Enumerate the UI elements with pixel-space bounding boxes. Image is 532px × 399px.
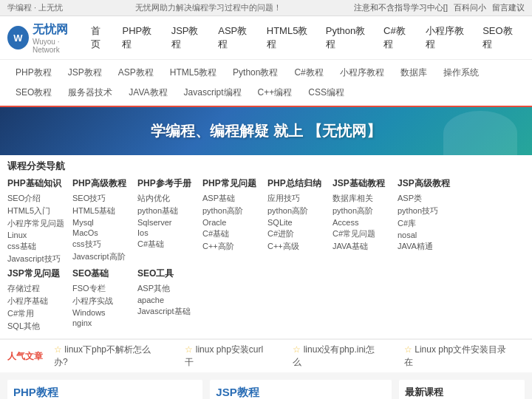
cat-item[interactable]: 应用技巧 (267, 192, 327, 205)
cat-item[interactable]: 站内优化 (137, 192, 197, 205)
popular-item-1[interactable]: linux php安装curl干 (185, 344, 270, 369)
cat-item[interactable]: C#基础 (137, 238, 197, 250)
cat-item[interactable]: python高阶 (267, 205, 327, 217)
subnav-server[interactable]: 服务器技术 (60, 83, 120, 103)
cat-item[interactable]: FSO专栏 (72, 282, 132, 295)
cat-item[interactable]: C#库 (398, 217, 457, 230)
cat-item[interactable]: Sqlserver (137, 217, 197, 228)
cat-item[interactable]: python技巧 (398, 205, 457, 217)
cat-php-faq[interactable]: PHP常见问题 (202, 177, 262, 191)
cat-item[interactable]: python高阶 (332, 205, 392, 217)
cat-item[interactable]: css基础 (7, 240, 66, 253)
cat-item[interactable]: 小程序常见问题 (7, 217, 66, 230)
cat-item[interactable]: Ios (137, 228, 197, 238)
cat-col-3: PHP常见问题 ASP基础 python高阶 Oracle C#基础 C++高阶 (202, 177, 262, 265)
latest-courses: 最新课程 M MySQL安装 M MySQL管理 M MySQLPHP语法 M … (399, 380, 525, 399)
cat-item[interactable]: MacOs (72, 228, 132, 238)
nav-seo[interactable]: SEO教程 (475, 21, 525, 55)
subnav-python[interactable]: Python教程 (225, 63, 286, 83)
nav-csharp[interactable]: C#教程 (376, 21, 418, 55)
subnav-db[interactable]: 数据库 (392, 63, 435, 83)
subnav-js[interactable]: Javascript编程 (176, 83, 250, 103)
cat-item[interactable]: nginx (72, 318, 132, 328)
cat-jsp-adv[interactable]: JSP高级教程 (398, 177, 457, 191)
subnav-os[interactable]: 操作系统 (435, 63, 487, 83)
cat-item[interactable]: HTML5入门 (7, 205, 66, 217)
cat-item[interactable]: C#常见问题 (332, 228, 392, 240)
cat-seo-tool[interactable]: SEO工具 (137, 267, 197, 281)
subnav-jsp[interactable]: JSP教程 (60, 63, 110, 83)
cat-item[interactable]: python高阶 (202, 205, 262, 217)
cat-item[interactable]: SQLite (267, 217, 327, 228)
jsp-section: JSP教程 JSP客户端请求2024-10-07 JSP动作2024-10-07… (210, 380, 392, 399)
cat-item[interactable]: C#基础 (202, 228, 262, 240)
cat-item[interactable]: 数据库相关 (332, 192, 392, 205)
cat-item[interactable]: 小程序基础 (7, 295, 66, 307)
main-nav: 首页 PHP教程 JSP教程 ASP教程 HTML5教程 Python教程 C#… (83, 21, 525, 55)
cat-item[interactable]: Mysql (72, 217, 132, 228)
subnav-seo[interactable]: SEO教程 (7, 83, 60, 103)
cat-item[interactable]: C#常用 (7, 307, 66, 320)
main-content: PHP教程 SQL删除、变找重复数据记录等操作2024-10-07 Memcac… (0, 372, 532, 399)
cat-item[interactable]: Javascript高阶 (72, 250, 132, 263)
cat-item[interactable]: SEO技巧 (72, 192, 132, 205)
nav-home[interactable]: 首页 (83, 21, 115, 55)
nav-php[interactable]: PHP教程 (115, 21, 163, 55)
nav-html5[interactable]: HTML5教程 (259, 21, 318, 55)
cat-php-ref[interactable]: PHP参考手册 (137, 177, 197, 191)
cat-item[interactable]: Linux (7, 230, 66, 240)
help-link[interactable]: 注意和不含指导学习中心[] (354, 2, 448, 13)
cat-seo-basic[interactable]: SEO基础 (72, 267, 132, 281)
cat-item[interactable]: JAVA精通 (398, 240, 457, 253)
popular-item-2[interactable]: linux没有php.ini怎么 (293, 344, 382, 369)
nav-asp[interactable]: ASP教程 (211, 21, 259, 55)
cat-php-adv[interactable]: PHP高级教程 (72, 177, 132, 191)
cat-item[interactable]: Javascript技巧 (7, 253, 66, 265)
nav-jsp[interactable]: JSP教程 (164, 21, 211, 55)
cat-item[interactable]: 存储过程 (7, 282, 66, 295)
cat-item[interactable]: Windows (72, 307, 132, 318)
popular-item-0[interactable]: linux下php不解析怎么办? (54, 344, 163, 369)
nav-python[interactable]: Python教程 (318, 21, 376, 55)
cat-nav-grid: PHP基础知识 SEO介绍 HTML5入门 小程序常见问题 Linux css基… (7, 177, 525, 332)
cat-item[interactable]: SQL其他 (7, 320, 66, 332)
subnav-java[interactable]: JAVA教程 (120, 83, 175, 103)
subnav-css[interactable]: CSS编程 (300, 83, 352, 103)
cat-item[interactable]: ASP类 (398, 192, 457, 205)
cat-item[interactable]: 小程序实战 (72, 295, 132, 307)
cat-item[interactable]: Oracle (202, 217, 262, 228)
cat-php-sum[interactable]: PHP总结归纳 (267, 177, 327, 191)
cat-jsp-basic[interactable]: JSP基础教程 (332, 177, 392, 191)
cat-item[interactable]: JAVA基础 (332, 240, 392, 253)
cat-jsp-faq[interactable]: JSP常见问题 (7, 267, 66, 281)
nav-miniprogram[interactable]: 小程序教程 (418, 21, 475, 55)
subnav-cpp[interactable]: C++编程 (250, 83, 301, 103)
subnav-php[interactable]: PHP教程 (7, 63, 60, 83)
banner: 学编程、编程解疑 就上 【无忧网】 (0, 107, 532, 155)
subnav-csharp[interactable]: C#教程 (286, 63, 331, 83)
subnav-asp[interactable]: ASP教程 (110, 63, 162, 83)
subnav-html5[interactable]: HTML5教程 (162, 63, 225, 83)
cat-item[interactable]: apache (137, 295, 197, 305)
cat-item[interactable]: HTML5基础 (72, 205, 132, 217)
feedback-link[interactable]: 留言建议 (492, 2, 525, 13)
cat-item[interactable]: ASP基础 (202, 192, 262, 205)
cat-item[interactable]: css技巧 (72, 238, 132, 250)
logo[interactable]: W 无忧网 Wuyou · Network (7, 22, 83, 54)
subnav-miniprogram[interactable]: 小程序教程 (332, 63, 392, 83)
cat-item[interactable]: Javascript基础 (137, 305, 197, 318)
cat-item[interactable]: SEO介绍 (7, 192, 66, 205)
sub-nav: PHP教程 JSP教程 ASP教程 HTML5教程 Python教程 C#教程 … (0, 60, 532, 107)
wiki-link[interactable]: 百科问小 (454, 2, 486, 13)
cat-col-5: JSP基础教程 数据库相关 python高阶 Access C#常见问题 JAV… (332, 177, 392, 265)
cat-item[interactable]: Access (332, 217, 392, 228)
cat-item[interactable]: C#进阶 (267, 228, 327, 240)
cat-item[interactable]: C++高级 (267, 240, 327, 253)
popular-item-3[interactable]: Linux php文件安装目录在 (404, 344, 514, 369)
cat-item[interactable]: C++高阶 (202, 240, 262, 253)
cat-php-basic[interactable]: PHP基础知识 (7, 177, 66, 191)
cat-item[interactable]: ASP其他 (137, 282, 197, 295)
banner-decoration (443, 111, 517, 155)
cat-item[interactable]: python基础 (137, 205, 197, 217)
cat-item[interactable]: nosal (398, 230, 457, 240)
